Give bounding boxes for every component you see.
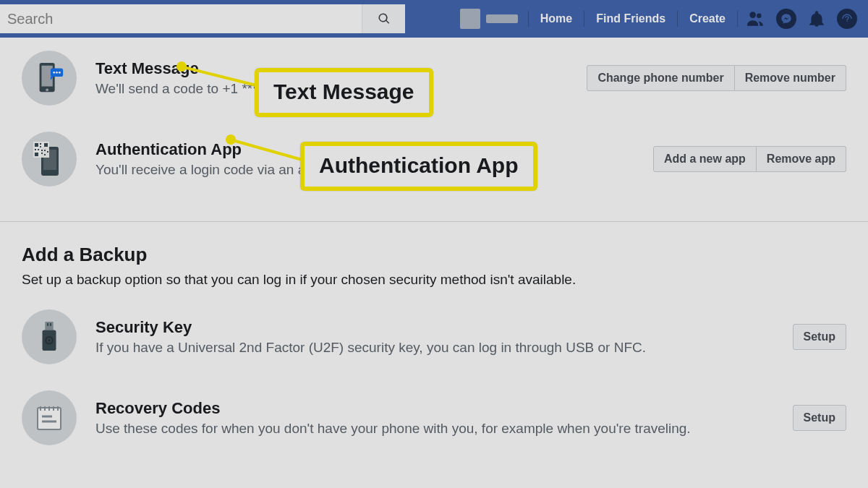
notifications-button[interactable] <box>804 7 829 31</box>
help-button[interactable] <box>835 7 859 31</box>
svg-rect-1 <box>41 66 52 87</box>
annotation-dot <box>176 61 187 72</box>
text-message-icon <box>22 51 77 106</box>
change-phone-number-button[interactable]: Change phone number <box>587 65 734 91</box>
svg-rect-32 <box>38 149 39 150</box>
backup-row-recovery-codes: Recovery Codes Use these codes for when … <box>0 377 868 458</box>
recovery-codes-desc: Use these codes for when you don't have … <box>95 419 774 439</box>
usb-key-icon <box>35 320 63 354</box>
security-key-desc: If you have a Universal 2nd Factor (U2F)… <box>95 338 774 358</box>
search-button[interactable] <box>362 4 405 33</box>
nav-separator <box>528 11 529 27</box>
svg-rect-26 <box>41 150 43 151</box>
backup-text: Recovery Codes Use these codes for when … <box>95 398 774 438</box>
backup-heading: Add a Backup <box>0 222 868 272</box>
annotation-dot <box>226 134 236 145</box>
backup-row-security-key: Security Key If you have a Universal 2nd… <box>0 296 868 377</box>
callout-authentication-app: Authentication App <box>300 142 537 191</box>
svg-rect-35 <box>50 323 51 326</box>
search-wrap <box>0 4 405 33</box>
svg-rect-21 <box>35 143 38 147</box>
friends-icon <box>746 9 765 28</box>
method-row-text-message: Text Message We'll send a code to +1 ***… <box>0 38 868 119</box>
svg-rect-27 <box>44 150 46 151</box>
svg-rect-29 <box>44 154 46 155</box>
security-key-actions: Setup <box>793 324 846 350</box>
backup-desc: Set up a backup option so that you can l… <box>0 272 868 296</box>
backup-text: Security Key If you have a Universal 2nd… <box>95 317 774 357</box>
callout-text-message: Text Message <box>255 68 433 117</box>
security-key-icon <box>22 309 77 364</box>
top-nav-bar: Home Find Friends Create <box>0 0 868 38</box>
profile-name-placeholder <box>486 14 518 23</box>
recovery-codes-setup-button[interactable]: Setup <box>793 405 846 431</box>
svg-rect-28 <box>41 153 43 154</box>
page-root: Home Find Friends Create <box>0 0 868 488</box>
svg-point-5 <box>56 72 58 74</box>
qr-phone-icon <box>31 141 67 177</box>
recovery-codes-actions: Setup <box>793 405 846 431</box>
auth-app-icon <box>22 132 77 187</box>
profile-chip[interactable] <box>453 0 525 38</box>
recovery-codes-icon <box>22 390 77 445</box>
add-new-app-button[interactable]: Add a new app <box>653 146 757 172</box>
svg-point-38 <box>48 339 50 341</box>
svg-rect-24 <box>40 146 41 147</box>
svg-rect-30 <box>47 151 48 153</box>
svg-point-4 <box>53 72 55 74</box>
svg-rect-22 <box>44 143 48 147</box>
nav-separator <box>737 11 738 27</box>
note-icon <box>33 402 65 434</box>
security-key-title: Security Key <box>95 317 774 338</box>
nav-create[interactable]: Create <box>681 0 734 38</box>
remove-app-button[interactable]: Remove app <box>757 146 846 172</box>
recovery-codes-title: Recovery Codes <box>95 398 774 419</box>
messenger-button[interactable] <box>774 7 799 31</box>
avatar <box>460 9 480 29</box>
phone-icon <box>33 61 66 95</box>
svg-rect-34 <box>47 323 48 326</box>
search-input[interactable] <box>0 4 362 33</box>
nav-home[interactable]: Home <box>532 0 581 38</box>
remove-number-button[interactable]: Remove number <box>735 65 846 91</box>
svg-point-6 <box>59 72 61 74</box>
nav-find-friends[interactable]: Find Friends <box>587 0 674 38</box>
text-message-actions: Change phone number Remove number <box>587 65 846 91</box>
svg-rect-25 <box>35 153 38 156</box>
svg-rect-33 <box>45 322 53 330</box>
auth-app-actions: Add a new app Remove app <box>653 146 846 172</box>
svg-rect-31 <box>35 149 36 150</box>
svg-rect-39 <box>38 408 61 429</box>
friend-requests-button[interactable] <box>744 7 768 31</box>
nav-separator <box>584 11 584 27</box>
nav-separator <box>677 11 678 27</box>
help-icon <box>841 13 853 25</box>
search-icon <box>378 12 391 25</box>
svg-rect-23 <box>40 143 41 145</box>
messenger-icon <box>780 13 792 25</box>
bell-icon <box>807 9 826 28</box>
svg-point-2 <box>46 88 48 91</box>
security-key-setup-button[interactable]: Setup <box>793 324 846 350</box>
